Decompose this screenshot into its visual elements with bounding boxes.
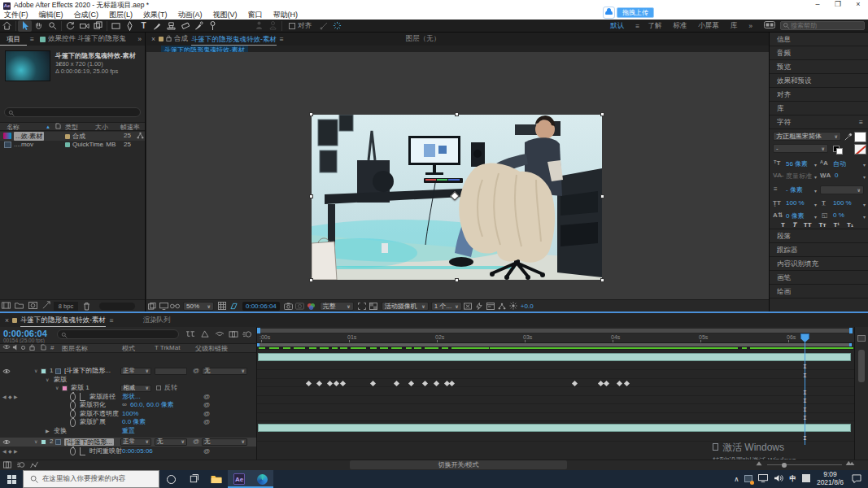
menu-animation[interactable]: 动画(A)	[178, 10, 203, 20]
close-tab-icon[interactable]: ×	[151, 35, 155, 43]
timeline-search-input[interactable]	[57, 329, 179, 339]
timeline-v-scrollbar[interactable]	[854, 327, 868, 460]
expand-toggle[interactable]: ∨	[55, 384, 59, 393]
panel-tab-libraries[interactable]: 库	[770, 102, 868, 115]
panel-tab-audio[interactable]: 音频	[770, 46, 868, 60]
workspace-bar-icon[interactable]	[764, 21, 775, 30]
keyframe-diamond[interactable]	[340, 380, 346, 386]
motion-blur-toggle-icon[interactable]	[15, 460, 27, 469]
add-keyframe-icon[interactable]: ◆	[8, 447, 12, 456]
close-tab-icon[interactable]: ×	[5, 316, 9, 325]
keyframe-diamond[interactable]	[408, 380, 414, 386]
keyframe-diamond[interactable]	[624, 380, 630, 386]
fill-color-swatch[interactable]	[854, 132, 866, 142]
zoom-out-mountain-icon[interactable]	[756, 460, 762, 468]
panel-tab-content-aware-fill[interactable]: 内容识别填充	[770, 257, 868, 271]
primary-viewer-icon[interactable]	[158, 302, 169, 311]
menu-file[interactable]: 文件(F)	[4, 10, 28, 20]
viewer-timecode[interactable]: 0:00:06:04	[242, 302, 280, 311]
mask-feather-row[interactable]: 蒙版羽化 ∞ 60.0, 60.0 像素 @	[0, 401, 256, 410]
zoom-in-mountain-icon[interactable]	[845, 460, 855, 468]
new-composition-icon[interactable]	[27, 301, 38, 310]
mask-invert-checkbox[interactable]	[156, 386, 161, 390]
transparency-grid-icon[interactable]	[368, 302, 379, 311]
trkmat-select[interactable]	[155, 368, 187, 375]
panel-tab-align[interactable]: 对齐	[770, 88, 868, 102]
menu-edit[interactable]: 编辑(E)	[39, 10, 63, 20]
netdisk-upload-widget[interactable]: 拖拽上传	[603, 7, 654, 19]
restore-button[interactable]: ❐	[829, 0, 847, 9]
parent-pickwhip-icon[interactable]: @	[193, 367, 199, 376]
link-dimensions-icon[interactable]: ∞	[122, 401, 127, 410]
leading-value[interactable]: 自动	[833, 159, 846, 168]
font-size-value[interactable]: 56 像素	[786, 159, 808, 168]
eyedropper-icon[interactable]	[844, 133, 853, 142]
layer1-duration-bar[interactable]	[258, 353, 851, 361]
parent-select[interactable]: 无∨	[202, 368, 247, 375]
stopwatch-icon[interactable]	[70, 418, 76, 427]
mask-opacity-row[interactable]: 蒙版不透明度 100% @	[0, 410, 256, 419]
taskbar-after-effects-icon[interactable]: Ae	[228, 470, 251, 488]
tray-expand-icon[interactable]: ∧	[734, 475, 739, 483]
blend-mode-select[interactable]: 正常∨	[120, 438, 151, 446]
expand-toggle[interactable]: ∨	[34, 438, 37, 447]
layer2-duration-bar[interactable]	[258, 424, 851, 432]
mask-expansion-value[interactable]: 0.0 像素	[122, 418, 146, 427]
next-keyframe-icon[interactable]: ▶	[14, 447, 18, 456]
workspace-overflow-chevron[interactable]: »	[748, 22, 752, 30]
task-view-icon[interactable]	[182, 470, 205, 488]
keyframe-diamond[interactable]	[617, 380, 622, 386]
tray-volume-icon[interactable]	[774, 474, 783, 484]
font-style-select[interactable]: -∨	[773, 144, 828, 153]
next-keyframe-icon[interactable]: ▶	[14, 393, 18, 402]
prev-keyframe-icon[interactable]: ◀	[2, 393, 7, 402]
v-scroll-thumb[interactable]	[858, 350, 865, 382]
draft-3d-icon[interactable]	[200, 330, 210, 340]
pen-tool-icon[interactable]	[123, 20, 137, 32]
layer-row-1[interactable]: ∨ 1 [斗篷下的隐形... 正常∨ @ 无∨	[0, 367, 256, 376]
mask1-row[interactable]: ∨ 蒙版 1 相减∨ 反转	[0, 384, 256, 393]
camera-view-select[interactable]: 活动摄像机∨	[382, 302, 429, 311]
timeline-button-icon[interactable]	[485, 302, 496, 311]
tab-render-queue[interactable]: 渲染队列	[143, 316, 171, 325]
lock-icon[interactable]	[166, 35, 172, 43]
pickwhip-icon[interactable]: @	[203, 401, 210, 410]
resolution-select[interactable]: 完整∨	[320, 302, 354, 311]
toggle-switches-modes-button[interactable]: 切换开关/模式	[350, 460, 567, 469]
motion-blur-option-icon[interactable]	[330, 20, 344, 32]
masks-group-row[interactable]: ∨ 蒙版	[0, 376, 256, 385]
project-footer-scrollbar[interactable]	[99, 303, 135, 310]
viewer-pasteboard[interactable]	[146, 52, 769, 299]
keyframe-diamond[interactable]	[394, 380, 399, 386]
new-folder-icon[interactable]	[14, 301, 25, 310]
tab-overflow-chevron[interactable]: »	[137, 35, 142, 43]
file-explorer-icon[interactable]	[205, 470, 228, 488]
blend-mode-select[interactable]: 正常∨	[120, 368, 151, 375]
video-frame[interactable]	[312, 115, 602, 280]
add-keyframe-icon[interactable]: ◆	[8, 393, 12, 402]
selection-handle[interactable]	[600, 112, 604, 116]
hand-tool-icon[interactable]	[32, 20, 46, 32]
workspace-default[interactable]: 默认	[610, 21, 624, 31]
graph-icon[interactable]	[80, 447, 85, 456]
kerning-value[interactable]: 度量标准	[786, 172, 812, 181]
keyframe-diamond[interactable]	[306, 380, 312, 386]
snap-checkbox[interactable]: 对齐	[289, 21, 312, 31]
mask-path-value[interactable]: 形状...	[122, 393, 141, 402]
keyframe-diamond[interactable]	[434, 380, 439, 386]
mask-feather-value[interactable]: 60.0, 60.0 像素	[130, 401, 174, 410]
mask-visibility-icon[interactable]	[228, 302, 239, 311]
keyframe-diamond[interactable]	[327, 380, 333, 386]
stroke-width-value[interactable]: - 像素	[786, 185, 803, 194]
taskbar-edge-icon[interactable]	[251, 470, 273, 488]
tray-ime-mode-icon[interactable]	[802, 474, 810, 484]
selection-tool-icon[interactable]	[18, 20, 32, 32]
selection-handle[interactable]	[309, 194, 313, 198]
parent-pickwhip-icon[interactable]: @	[193, 438, 199, 447]
home-icon[interactable]	[0, 20, 14, 32]
mask-mode-select[interactable]: 相减∨	[120, 385, 151, 392]
selection-handle[interactable]	[600, 194, 604, 198]
selection-handle[interactable]	[309, 112, 313, 116]
tray-clock[interactable]: 9:09 2021/8/6	[817, 471, 844, 487]
panel-tab-info[interactable]: 信息	[770, 33, 868, 46]
